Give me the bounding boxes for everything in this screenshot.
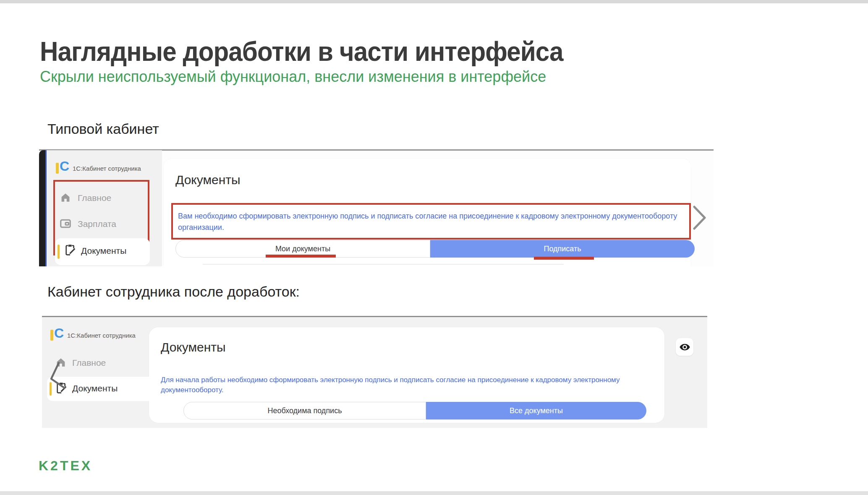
- screenshot-before: С 1С:Кабинет сотрудника Главное Зарплата: [39, 149, 714, 266]
- section-heading-before: Типовой кабинет: [47, 121, 159, 137]
- documents-page-title: Документы: [161, 340, 226, 354]
- tab-all-documents[interactable]: Все документы: [426, 402, 646, 419]
- bottom-bar: [0, 491, 868, 495]
- clipboard-icon: [63, 243, 77, 257]
- app-title: 1С:Кабинет сотрудника: [67, 332, 136, 339]
- footer-logo: K2TEX: [39, 458, 92, 474]
- slide: Наглядные доработки в части интерфейса С…: [0, 0, 868, 495]
- documents-page-title: Документы: [175, 173, 241, 187]
- screenshot-top-border: [42, 316, 707, 317]
- sidebar-item-home[interactable]: Главное: [78, 193, 111, 203]
- onec-logo-yellow-bar: [50, 330, 53, 341]
- slide-subtitle: Скрыли неиспользуемый функционал, внесли…: [40, 68, 546, 86]
- onec-logo-icon: С: [54, 326, 64, 340]
- window-edge-strip: [39, 150, 45, 266]
- annotation-underline-my-documents: [266, 255, 336, 258]
- sidebar-item-home[interactable]: Главное: [72, 358, 106, 368]
- chevron-right-icon[interactable]: [692, 205, 707, 231]
- tab-sign[interactable]: Подписать: [430, 240, 695, 258]
- section-heading-after: Кабинет сотрудника после доработок:: [47, 284, 300, 300]
- active-item-marker: [58, 245, 60, 259]
- app-title: 1С:Кабинет сотрудника: [73, 165, 141, 172]
- top-bar: [0, 0, 868, 3]
- tab-signature-required[interactable]: Необходима подпись: [183, 402, 426, 419]
- slide-title: Наглядные доработки в части интерфейса: [40, 36, 563, 67]
- onec-logo-icon: С: [60, 159, 69, 173]
- sidebar-item-documents-label: Документы: [72, 383, 118, 393]
- sidebar-item-documents-label: Документы: [81, 246, 126, 256]
- eye-icon: [679, 341, 690, 353]
- annotation-underline-sign: [534, 257, 594, 260]
- onec-logo-yellow-bar: [56, 163, 59, 174]
- visibility-button[interactable]: [676, 338, 693, 356]
- annotation-arrow: [48, 360, 73, 392]
- home-icon: [59, 191, 72, 204]
- documents-tabs: Необходима подпись Все документы: [183, 402, 646, 419]
- sidebar-item-salary[interactable]: Зарплата: [78, 219, 116, 229]
- wallet-icon: [59, 217, 72, 230]
- documents-tabs: Мои документы Подписать: [175, 240, 695, 258]
- list-divider: [203, 264, 564, 265]
- screenshot-after: С 1С:Кабинет сотрудника Документы Главно…: [42, 316, 707, 428]
- notice-banner: Для начала работы необходимо сформироват…: [161, 375, 643, 395]
- notice-banner: Вам необходимо сформировать электронную …: [178, 211, 682, 233]
